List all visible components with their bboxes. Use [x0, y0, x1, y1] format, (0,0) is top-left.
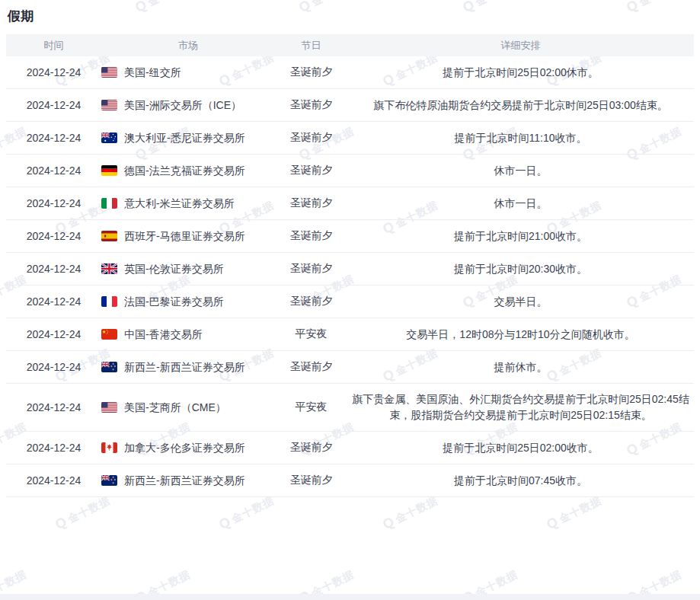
column-header-time: 时间 [6, 39, 101, 53]
table-body: 2024-12-24美国-纽交所圣诞前夕提前于北京时间25日02:00休市。20… [6, 56, 694, 497]
row-date: 2024-12-24 [6, 263, 101, 275]
brand-watermark: Q金十数据 [544, 493, 604, 533]
table-row: 2024-12-24中国-香港交易所平安夜交易半日，12时08分与12时10分之… [6, 318, 694, 351]
row-detail: 交易半日，12时08分与12时10分之间随机收市。 [347, 319, 694, 350]
table-row: 2024-12-24德国-法兰克福证券交易所圣诞前夕休市一日。 [6, 155, 694, 187]
row-detail: 交易半日。 [347, 286, 694, 318]
market-name: 意大利-米兰证券交易所 [124, 196, 235, 212]
row-date: 2024-12-24 [6, 164, 101, 177]
column-header-detail: 详细安排 [347, 39, 694, 53]
row-date: 2024-12-24 [6, 132, 101, 144]
us-flag-icon [101, 402, 117, 413]
market-name: 美国-纽交所 [124, 65, 181, 81]
row-market: 加拿大-多伦多证券交易所 [101, 433, 275, 463]
cn-flag-icon [101, 329, 117, 340]
market-name: 澳大利亚-悉尼证券交易所 [124, 130, 245, 146]
it-flag-icon [101, 198, 117, 209]
market-name: 英国-伦敦证券交易所 [124, 261, 224, 277]
row-detail: 休市一日。 [347, 188, 694, 219]
holiday-table: 时间 市场 节日 详细安排 2024-12-24美国-纽交所圣诞前夕提前于北京时… [6, 34, 694, 497]
row-holiday: 圣诞前夕 [275, 164, 347, 177]
table-row: 2024-12-24美国-洲际交易所（ICE）圣诞前夕旗下布伦特原油期货合约交易… [6, 89, 694, 122]
row-detail: 提前于北京时间25日02:00收市。 [347, 432, 694, 464]
row-market: 中国-香港交易所 [101, 320, 275, 349]
ca-flag-icon [101, 442, 117, 453]
market-name: 美国-洲际交易所（ICE） [124, 97, 241, 113]
row-date: 2024-12-24 [6, 230, 101, 242]
row-market: 德国-法兰克福证券交易所 [101, 156, 275, 186]
table-row: 2024-12-24新西兰-新西兰证券交易所圣诞前夕提前于北京时间07:45收市… [6, 464, 694, 497]
row-date: 2024-12-24 [6, 401, 101, 413]
table-header-row: 时间 市场 节日 详细安排 [6, 34, 694, 56]
row-date: 2024-12-24 [6, 361, 101, 373]
market-name: 新西兰-新西兰证券交易所 [124, 359, 245, 375]
row-date: 2024-12-24 [6, 442, 101, 454]
column-header-holiday: 节日 [275, 39, 347, 53]
page-title: 假期 [8, 8, 700, 25]
table-row: 2024-12-24英国-伦敦证券交易所圣诞前夕提前于北京时间20:30收市。 [6, 253, 694, 286]
row-market: 西班牙-马德里证券交易所 [101, 222, 275, 251]
row-detail: 提前于北京时间07:45收市。 [347, 465, 694, 496]
row-holiday: 圣诞前夕 [275, 262, 347, 276]
row-holiday: 平安夜 [275, 327, 347, 341]
row-market: 美国-纽交所 [101, 58, 275, 88]
row-date: 2024-12-24 [6, 295, 101, 308]
market-name: 加拿大-多伦多证券交易所 [124, 440, 245, 456]
us-flag-icon [101, 100, 117, 110]
row-market: 美国-芝商所（CME） [101, 393, 275, 423]
market-name: 美国-芝商所（CME） [124, 400, 226, 416]
nz-flag-icon [101, 362, 117, 372]
brand-logo-icon: Q [53, 514, 70, 533]
row-market: 意大利-米兰证券交易所 [101, 189, 275, 219]
table-row: 2024-12-24加拿大-多伦多证券交易所圣诞前夕提前于北京时间25日02:0… [6, 432, 694, 464]
row-holiday: 圣诞前夕 [275, 441, 347, 455]
market-name: 德国-法兰克福证券交易所 [124, 163, 245, 179]
table-row: 2024-12-24新西兰-新西兰证券交易所圣诞前夕提前休市。 [6, 351, 694, 384]
gb-flag-icon [101, 263, 117, 274]
table-row: 2024-12-24美国-纽交所圣诞前夕提前于北京时间25日02:00休市。 [6, 56, 694, 89]
market-name: 新西兰-新西兰证券交易所 [124, 473, 245, 489]
brand-logo-icon: Q [216, 514, 234, 533]
row-holiday: 圣诞前夕 [275, 131, 347, 145]
nz-flag-icon [101, 475, 117, 486]
row-holiday: 平安夜 [275, 401, 347, 414]
row-date: 2024-12-24 [6, 328, 101, 340]
table-row: 2024-12-24西班牙-马德里证券交易所圣诞前夕提前于北京时间21:00收市… [6, 220, 694, 253]
au-flag-icon [101, 132, 117, 143]
brand-watermark: Q金十数据 [216, 493, 276, 533]
brand-logo-icon: Q [380, 514, 398, 533]
us-flag-icon [101, 67, 117, 78]
row-market: 美国-洲际交易所（ICE） [101, 91, 275, 120]
market-name: 西班牙-马德里证券交易所 [124, 228, 245, 244]
row-detail: 旗下布伦特原油期货合约交易提前于北京时间25日03:00结束。 [347, 90, 694, 121]
de-flag-icon [101, 165, 117, 176]
holiday-page: 假期 时间 市场 节日 详细安排 2024-12-24美国-纽交所圣诞前夕提前于… [0, 0, 700, 497]
row-detail: 休市一日。 [347, 155, 694, 187]
row-detail: 提前休市。 [347, 352, 694, 383]
fr-flag-icon [101, 296, 117, 307]
row-detail: 旗下贵金属、美国原油、外汇期货合约交易提前于北京时间25日02:45结束，股指期… [347, 384, 694, 431]
row-date: 2024-12-24 [6, 99, 101, 111]
es-flag-icon [101, 231, 117, 241]
column-header-market: 市场 [101, 39, 275, 53]
table-row: 2024-12-24法国-巴黎证券交易所圣诞前夕交易半日。 [6, 286, 694, 318]
brand-logo-icon: Q [544, 514, 561, 533]
row-market: 新西兰-新西兰证券交易所 [101, 353, 275, 382]
row-holiday: 圣诞前夕 [275, 360, 347, 374]
row-holiday: 圣诞前夕 [275, 229, 347, 243]
row-detail: 提前于北京时间25日02:00休市。 [347, 57, 694, 88]
row-market: 英国-伦敦证券交易所 [101, 254, 275, 284]
table-row: 2024-12-24意大利-米兰证券交易所圣诞前夕休市一日。 [6, 187, 694, 220]
row-date: 2024-12-24 [6, 197, 101, 209]
row-market: 澳大利亚-悉尼证券交易所 [101, 123, 275, 153]
market-name: 法国-巴黎证券交易所 [124, 294, 224, 310]
row-detail: 提前于北京时间11:10收市。 [347, 123, 694, 154]
row-holiday: 圣诞前夕 [275, 65, 347, 79]
table-row: 2024-12-24美国-芝商所（CME）平安夜旗下贵金属、美国原油、外汇期货合… [6, 384, 694, 432]
row-date: 2024-12-24 [6, 66, 101, 78]
bottom-scroll-strip [0, 594, 700, 600]
market-name: 中国-香港交易所 [124, 327, 203, 343]
table-row: 2024-12-24澳大利亚-悉尼证券交易所圣诞前夕提前于北京时间11:10收市… [6, 122, 694, 155]
brand-watermark: Q金十数据 [53, 493, 113, 533]
row-detail: 提前于北京时间20:30收市。 [347, 254, 694, 285]
